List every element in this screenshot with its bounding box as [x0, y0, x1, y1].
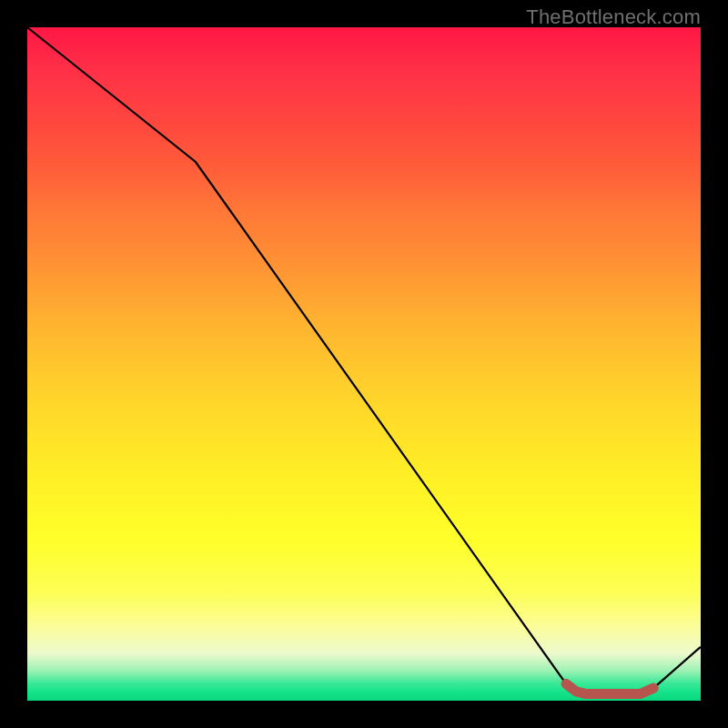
plot-area — [27, 27, 701, 701]
source-credit: TheBottleneck.com — [526, 5, 701, 29]
chart-frame: TheBottleneck.com — [0, 0, 728, 728]
